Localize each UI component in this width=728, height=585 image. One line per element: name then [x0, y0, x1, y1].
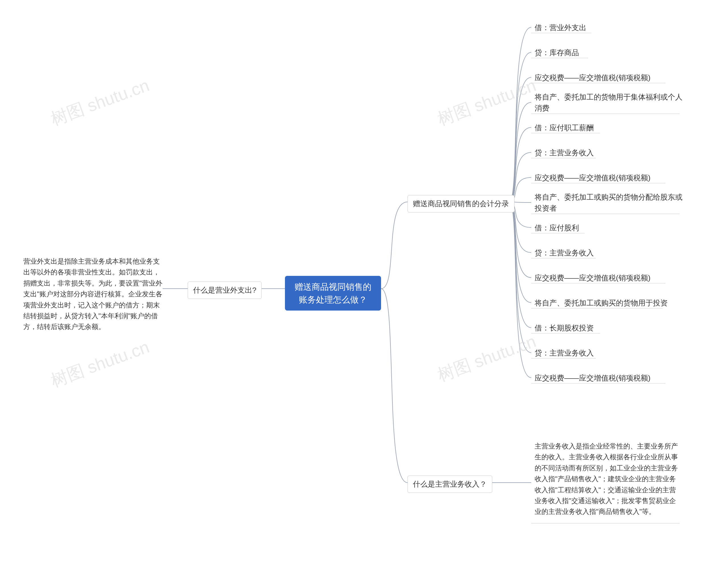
leaf-item: 应交税费——应交增值税(销项税额) [535, 373, 682, 384]
left-branch[interactable]: 什么是营业外支出? [188, 282, 262, 299]
leaf-item: 将自产、委托加工或购买的货物分配给股东或投资者 [535, 192, 682, 214]
leaf-item: 应交税费——应交增值税(销项税额) [535, 273, 682, 283]
leaf-item: 贷：主营业务收入 [535, 248, 677, 258]
leaf-item: 贷：主营业务收入 [535, 348, 677, 359]
right-branch-2-paragraph: 主营业务收入是指企业经常性的、主要业务所产生的收入。主营业务收入根据各行业企业所… [535, 441, 680, 517]
leaf-item: 借：应付职工薪酬 [535, 122, 677, 133]
leaf-item: 借：长期股权投资 [535, 323, 677, 334]
leaf-item: 借：营业外支出 [535, 22, 677, 33]
leaf-item: 应交税费——应交增值税(销项税额) [535, 72, 682, 83]
root-node[interactable]: 赠送商品视同销售的账务处理怎么做？ [285, 276, 381, 310]
right-branch-1[interactable]: 赠送商品视同销售的会计分录 [408, 195, 515, 212]
leaf-item: 借：应付股利 [535, 222, 677, 233]
leaf-item: 将自产、委托加工的货物用于集体福利或个人消费 [535, 92, 682, 114]
left-paragraph: 营业外支出是指除主营业务成本和其他业务支出等以外的各项非营业性支出。如罚款支出，… [23, 256, 163, 332]
leaf-item: 贷：主营业务收入 [535, 147, 677, 158]
leaf-item: 贷：库存商品 [535, 47, 677, 58]
leaf-item: 应交税费——应交增值税(销项税额) [535, 172, 682, 183]
leaf-item: 将自产、委托加工或购买的货物用于投资 [535, 298, 682, 309]
right-branch-2[interactable]: 什么是主营业务收入？ [408, 476, 492, 493]
